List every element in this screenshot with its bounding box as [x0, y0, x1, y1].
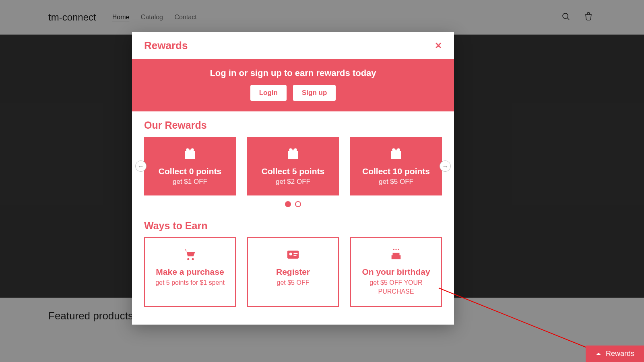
earn-card-sub: get 5 points for $1 spent: [150, 278, 230, 287]
earn-card-title: Register: [253, 267, 333, 277]
earn-cards-row: Make a purchase get 5 points for $1 spen…: [144, 237, 442, 307]
rewards-fab[interactable]: Rewards: [586, 346, 644, 362]
svg-rect-7: [293, 255, 296, 256]
svg-point-8: [393, 249, 394, 250]
modal-header: Rewards ✕: [132, 32, 454, 59]
carousel-dot-1[interactable]: [285, 201, 291, 207]
earn-card[interactable]: Make a purchase get 5 points for $1 spen…: [144, 237, 236, 307]
login-banner-text: Log in or sign up to earn rewards today: [140, 68, 446, 78]
earn-card[interactable]: Register get $5 OFF: [247, 237, 339, 307]
close-icon[interactable]: ✕: [435, 41, 442, 51]
birthday-cake-icon: [356, 248, 436, 263]
earn-card-sub: get $5 OFF YOUR PURCHASE: [356, 278, 436, 296]
ways-to-earn-section: Ways to Earn Make a purchase get 5 point…: [132, 212, 454, 325]
earn-card-title: Make a purchase: [150, 267, 230, 277]
rewards-modal: Rewards ✕ Log in or sign up to earn rewa…: [132, 32, 454, 325]
gift-icon: [148, 147, 232, 162]
svg-point-5: [289, 253, 292, 255]
carousel-prev-arrow[interactable]: ←: [135, 160, 147, 172]
reward-card[interactable]: Collect 0 points get $1 OFF: [144, 137, 236, 195]
earn-card-title: On your birthday: [356, 267, 436, 277]
modal-title: Rewards: [144, 39, 188, 52]
earn-card[interactable]: On your birthday get $5 OFF YOUR PURCHAS…: [350, 237, 442, 307]
reward-card[interactable]: Collect 5 points get $2 OFF: [247, 137, 339, 195]
svg-point-3: [192, 258, 194, 260]
rewards-cards-row: ← Collect 0 points get $1 OFF Collect 5 …: [144, 137, 442, 195]
reward-card-title: Collect 0 points: [148, 167, 232, 176]
login-banner: Log in or sign up to earn rewards today …: [132, 59, 454, 111]
carousel-dots: [144, 201, 442, 207]
svg-rect-6: [293, 253, 297, 254]
gift-icon: [251, 147, 335, 162]
carousel-dot-2[interactable]: [295, 201, 301, 207]
reward-card-sub: get $5 OFF: [354, 178, 438, 186]
svg-point-2: [187, 258, 189, 260]
cart-icon: [150, 248, 230, 263]
reward-card-title: Collect 5 points: [251, 167, 335, 176]
reward-card[interactable]: Collect 10 points get $5 OFF: [350, 137, 442, 195]
svg-point-10: [398, 249, 399, 250]
id-card-icon: [253, 248, 333, 263]
chevron-up-icon: [595, 351, 602, 357]
login-button[interactable]: Login: [250, 85, 287, 101]
signup-button[interactable]: Sign up: [293, 85, 336, 101]
svg-rect-4: [287, 251, 299, 259]
carousel-next-arrow[interactable]: →: [440, 160, 451, 172]
svg-point-9: [396, 249, 397, 250]
reward-card-title: Collect 10 points: [354, 167, 438, 176]
our-rewards-title: Our Rewards: [144, 119, 442, 131]
rewards-fab-label: Rewards: [606, 350, 634, 358]
gift-icon: [354, 147, 438, 162]
earn-card-sub: get $5 OFF: [253, 278, 333, 287]
reward-card-sub: get $1 OFF: [148, 178, 232, 186]
ways-to-earn-title: Ways to Earn: [144, 220, 442, 232]
our-rewards-section: Our Rewards ← Collect 0 points get $1 OF…: [132, 111, 454, 207]
reward-card-sub: get $2 OFF: [251, 178, 335, 186]
